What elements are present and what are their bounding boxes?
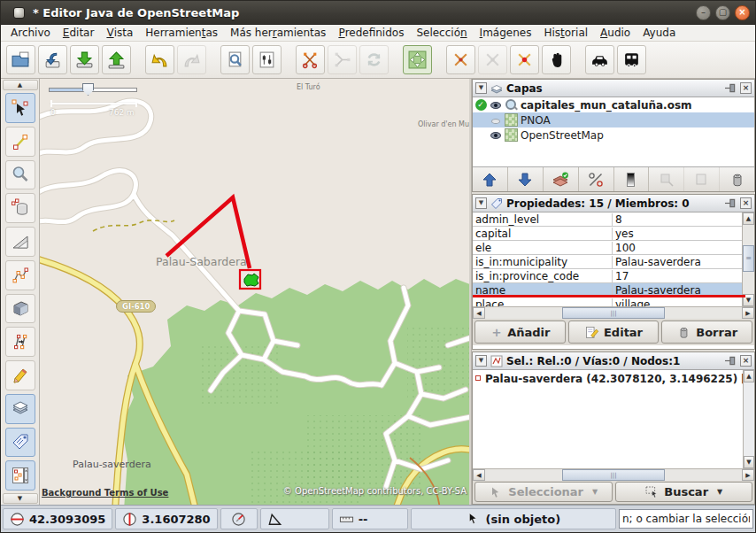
update-data-button[interactable] [359,45,389,74]
layer-visibility-eye-icon[interactable] [490,131,502,140]
property-row[interactable]: is_in:province_code 17 [473,269,742,283]
scroll-down-icon[interactable]: ▼ [744,456,754,468]
redo-button[interactable] [177,45,206,74]
panel-menu-icon[interactable]: ▼ [475,355,487,367]
tags-panel-toggle[interactable] [5,428,35,458]
properties-hscrollbar[interactable]: ◀ ▶ [473,306,754,319]
layer-visibility-eye-icon[interactable] [490,101,502,110]
edit-pencil-tool[interactable] [5,360,35,390]
pin-icon[interactable] [725,82,737,94]
layer-row[interactable]: OpenStreetMap [473,127,754,143]
pin-icon[interactable] [725,197,737,209]
save-button[interactable] [38,45,67,74]
car-preset-button[interactable] [585,45,614,74]
scroll-up-icon[interactable]: ▲ [744,370,754,382]
menu-item[interactable]: Imágenes [474,26,538,40]
merge-nodes-button[interactable] [446,45,475,74]
search-button[interactable]: Buscar▼ [615,482,753,502]
menu-item[interactable]: Más herramientas [224,26,332,40]
selection-list-item[interactable]: Palau-saverdera (42.3078120, 3.1496225) … [473,370,754,385]
property-row[interactable]: is_in:municipality Palau-saverdera [473,255,742,269]
scroll-up-icon[interactable]: ▲ [743,212,754,225]
map-canvas[interactable]: 0 762 m El Turó Olivar d'en Mu Palau-Sab… [40,79,469,505]
close-panel-icon[interactable]: × [740,82,752,94]
draw-node-tool[interactable] [5,127,35,157]
panel-menu-icon[interactable]: ▼ [475,82,487,94]
select-tool[interactable] [5,93,35,123]
move-mode-button[interactable] [403,45,432,74]
unglue-button[interactable] [478,45,507,74]
scroll-left-icon[interactable]: ◀ [473,307,485,319]
menu-item[interactable]: Audio [594,26,636,40]
download-button[interactable] [70,45,99,74]
menu-item[interactable]: Herramientas [139,26,224,40]
preferences-button[interactable] [252,45,282,74]
layer-down-button[interactable] [508,167,544,191]
scroll-left-icon[interactable]: ◀ [473,469,485,481]
search-button[interactable] [220,45,250,74]
bus-preset-button[interactable] [617,45,646,74]
maximize-button[interactable]: ▢ [715,5,730,20]
edit-tag-button[interactable]: Editar [568,321,660,344]
merge-layer-button[interactable] [544,167,579,191]
minimize-button[interactable]: – [696,5,711,20]
property-row[interactable]: ele 100 [473,241,742,255]
menu-item[interactable]: Ayuda [636,26,682,40]
menu-item[interactable]: Historial [537,26,594,40]
layer-visibility-eye-icon[interactable] [490,116,502,125]
menu-item[interactable]: Archivo [4,26,57,40]
close-panel-icon[interactable]: × [740,355,752,367]
open-file-button[interactable] [6,45,35,74]
copy-layer-button[interactable] [684,167,720,191]
upload-button[interactable] [102,45,131,74]
collapse-up-button[interactable]: ▲ [3,80,38,90]
collapse-down-button[interactable]: ▼ [3,493,38,504]
split-way-button[interactable] [296,45,325,74]
connect-nodes-tool[interactable] [5,260,35,290]
close-button[interactable]: × [735,5,750,20]
scroll-right-icon[interactable]: ▶ [742,469,754,481]
add-tag-button[interactable]: ＋Añadir [474,321,566,344]
undo-button[interactable] [145,45,174,74]
menu-item[interactable]: Predefinidos [332,26,410,40]
layer-active-check-icon[interactable] [474,99,487,112]
layer-active-check-icon[interactable] [474,114,487,127]
status-search-input[interactable] [619,509,753,529]
panel-menu-icon[interactable]: ▼ [475,197,487,209]
select-again-button[interactable]: Seleccionar▼ [474,482,613,502]
pin-icon[interactable] [725,355,737,367]
property-row[interactable]: capital yes [473,227,742,241]
pan-button[interactable] [542,45,571,74]
menu-item[interactable]: Vista [100,26,139,40]
zoom-slider-thumb[interactable] [82,83,94,96]
selection-hscrollbar[interactable]: ◀ ▶ [473,468,754,481]
scroll-right-icon[interactable]: ▶ [742,307,754,319]
ruler-tool[interactable] [5,227,35,257]
zoom-tool[interactable] [5,160,35,190]
delete-layer-button[interactable] [720,167,754,191]
layer-gamma-button[interactable] [614,167,650,191]
property-row[interactable]: admin_level 8 [473,212,742,227]
property-row[interactable]: place village [473,297,742,306]
menu-item[interactable]: Selección [410,26,473,40]
hscroll-thumb[interactable] [562,469,665,481]
parallel-way-tool[interactable] [5,327,35,357]
close-panel-icon[interactable]: × [740,197,752,209]
layers-panel-toggle[interactable] [5,394,35,424]
duplicate-layer-button[interactable] [649,167,684,191]
layer-row[interactable]: capitales_mun_cataluña.osm [473,97,754,112]
layer-active-check-icon[interactable] [474,129,487,142]
simplify-way-button[interactable] [510,45,539,74]
layer-row[interactable]: PNOA [473,112,754,127]
extrude-building-tool[interactable] [5,294,35,324]
selection-panel-toggle[interactable] [5,460,35,491]
properties-vscrollbar[interactable]: ▲ ▼ [742,212,754,306]
menu-item[interactable]: Editar [57,26,101,40]
background-terms-link[interactable]: Background Terms of Use [42,488,168,498]
selection-vscrollbar[interactable]: ▲ ▼ [743,370,754,468]
layer-up-button[interactable] [473,167,508,191]
delete-tag-button[interactable]: Borrar [661,321,752,344]
combine-way-button[interactable] [328,45,357,74]
vscroll-thumb[interactable] [743,245,754,272]
delete-tool[interactable] [5,193,35,223]
